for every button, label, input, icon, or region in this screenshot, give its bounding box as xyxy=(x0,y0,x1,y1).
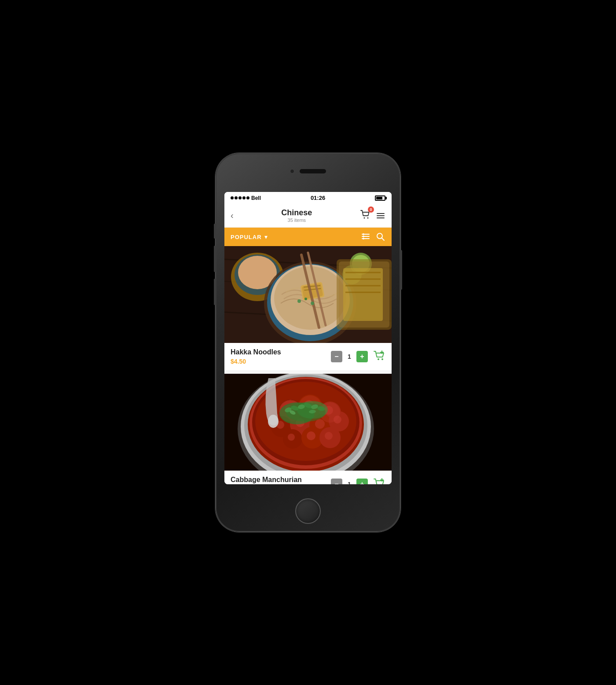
quantity-cabbage-manchurian: 1 xyxy=(346,481,353,484)
food-list: Hakka Noodles $4.50 − 1 + xyxy=(224,246,392,484)
category-filter[interactable]: POPULAR ▾ xyxy=(231,233,268,240)
nav-actions: 0 xyxy=(360,209,385,222)
page-title: Chinese xyxy=(281,208,312,217)
signal-dot xyxy=(246,196,249,199)
list-view-icon[interactable] xyxy=(361,232,370,242)
power-button[interactable] xyxy=(400,250,402,290)
svg-point-46 xyxy=(381,358,383,360)
category-label: POPULAR xyxy=(231,234,262,240)
food-details: Hakka Noodles $4.50 xyxy=(231,348,281,365)
search-icon[interactable] xyxy=(376,232,385,242)
svg-line-12 xyxy=(382,238,385,241)
signal-dot xyxy=(231,196,234,199)
carrier-label: Bell xyxy=(251,195,261,201)
add-to-cart-cabbage-manchurian[interactable] xyxy=(373,477,385,485)
phone-device: Bell 01:26 ‹ Chinese 35 items xyxy=(216,153,400,532)
svg-point-33 xyxy=(304,298,307,300)
food-details-manchurian: Cabbage Manchurian $5 xyxy=(231,476,302,484)
screen: Bell 01:26 ‹ Chinese 35 items xyxy=(224,192,392,484)
food-card-cabbage-manchurian: Cabbage Manchurian $5 − 1 + xyxy=(224,374,392,484)
add-to-cart-hakka-noodles[interactable] xyxy=(373,350,385,364)
cart-badge: 0 xyxy=(368,206,374,213)
decrease-qty-hakka-noodles[interactable]: − xyxy=(331,351,342,362)
svg-point-34 xyxy=(311,302,314,305)
volume-up-button[interactable] xyxy=(214,246,216,272)
svg-point-75 xyxy=(288,434,295,441)
signal-dot xyxy=(235,196,238,199)
svg-point-0 xyxy=(363,217,365,218)
svg-point-8 xyxy=(363,233,364,235)
svg-point-71 xyxy=(315,419,325,429)
food-image-hakka-noodles xyxy=(224,246,392,343)
home-button[interactable] xyxy=(295,498,321,524)
navigation-bar: ‹ Chinese 35 items 0 xyxy=(224,204,392,228)
nav-title-area: Chinese 35 items xyxy=(281,208,312,223)
increase-qty-cabbage-manchurian[interactable]: + xyxy=(356,479,368,484)
volume-down-button[interactable] xyxy=(214,279,216,305)
svg-rect-40 xyxy=(343,268,383,321)
battery-indicator xyxy=(375,195,385,201)
food-info-cabbage-manchurian: Cabbage Manchurian $5 − 1 + xyxy=(224,471,392,484)
signal-dot xyxy=(242,196,246,199)
manchurian-image xyxy=(224,374,392,471)
svg-point-21 xyxy=(241,258,274,287)
svg-point-94 xyxy=(268,415,279,428)
signal-dot xyxy=(238,196,242,199)
battery-fill xyxy=(376,197,382,199)
decrease-qty-cabbage-manchurian[interactable]: − xyxy=(331,479,342,484)
filter-actions xyxy=(361,232,385,242)
signal-indicator xyxy=(231,196,249,199)
svg-point-1 xyxy=(367,217,368,218)
earpiece-speaker xyxy=(300,169,326,173)
quantity-hakka-noodles: 1 xyxy=(346,353,353,360)
mute-button[interactable] xyxy=(214,224,216,239)
food-name-hakka-noodles: Hakka Noodles xyxy=(231,348,281,356)
filter-bar: POPULAR ▾ xyxy=(224,228,392,246)
phone-notch xyxy=(290,169,326,173)
status-right xyxy=(375,195,385,201)
food-controls-hakka-noodles: − 1 + xyxy=(331,350,385,364)
hamburger-menu-icon[interactable] xyxy=(376,211,385,221)
status-left: Bell xyxy=(231,195,261,201)
cart-button[interactable]: 0 xyxy=(360,209,371,222)
food-controls-cabbage-manchurian: − 1 + xyxy=(331,477,385,485)
food-info-hakka-noodles: Hakka Noodles $4.50 − 1 + xyxy=(224,343,392,370)
increase-qty-hakka-noodles[interactable]: + xyxy=(356,351,368,362)
time-display: 01:26 xyxy=(311,195,325,201)
status-bar: Bell 01:26 xyxy=(224,192,392,204)
front-camera xyxy=(290,169,294,173)
food-image-cabbage-manchurian xyxy=(224,374,392,471)
food-name-cabbage-manchurian: Cabbage Manchurian xyxy=(231,476,302,484)
svg-point-9 xyxy=(363,236,364,237)
back-button[interactable]: ‹ xyxy=(231,210,234,221)
noodles-image xyxy=(224,246,392,343)
cart-add-icon-manchurian xyxy=(373,477,385,485)
food-price-hakka-noodles: $4.50 xyxy=(231,358,281,365)
phone-body: Bell 01:26 ‹ Chinese 35 items xyxy=(216,153,400,532)
svg-point-32 xyxy=(297,299,301,303)
food-card-hakka-noodles: Hakka Noodles $4.50 − 1 + xyxy=(224,246,392,370)
chevron-down-icon: ▾ xyxy=(264,233,268,240)
svg-point-77 xyxy=(307,431,315,440)
svg-point-10 xyxy=(363,238,364,239)
page-subtitle: 35 items xyxy=(281,217,312,223)
cart-add-icon xyxy=(373,350,385,362)
svg-point-45 xyxy=(378,358,379,360)
svg-point-79 xyxy=(325,432,333,440)
